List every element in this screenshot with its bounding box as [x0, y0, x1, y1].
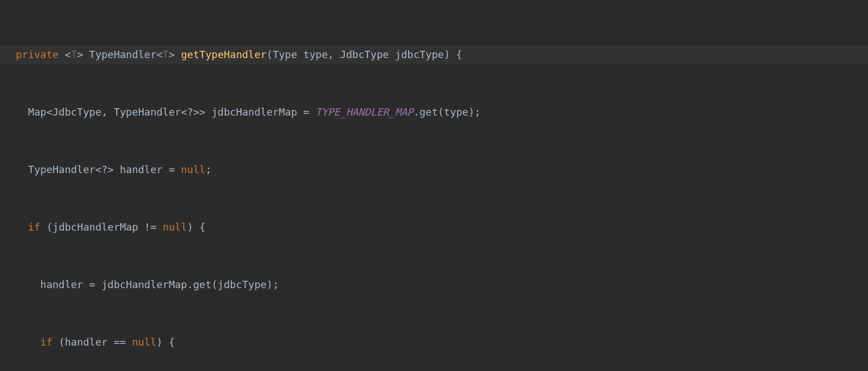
code-text: > TypeHandler<	[77, 48, 163, 60]
keyword-null: null	[132, 336, 156, 348]
code-text: ) {	[187, 221, 205, 233]
indent	[16, 221, 28, 233]
code-text: ) {	[156, 336, 175, 348]
indent	[16, 336, 40, 348]
code-text: .get(type);	[413, 106, 480, 118]
code-text: Map<JdbcType, TypeHandler<?>> jdbcHandle…	[16, 106, 315, 118]
code-text: ;	[205, 164, 212, 175]
method-name: getTypeHandler	[181, 48, 267, 60]
code-text: handler = jdbcHandlerMap.get(jdbcType);	[16, 279, 279, 290]
code-text: (jdbcHandlerMap !=	[40, 221, 163, 233]
keyword-null: null	[181, 164, 205, 175]
keyword-if: if	[28, 221, 41, 233]
code-editor[interactable]: private <T> TypeHandler<T> getTypeHandle…	[0, 0, 868, 371]
keyword-private: private	[16, 48, 59, 60]
code-line[interactable]: if (handler == null) {	[0, 333, 868, 352]
keyword-null: null	[163, 221, 187, 233]
code-text: (handler ==	[52, 336, 132, 348]
code-text: <	[59, 48, 71, 60]
code-line[interactable]: TypeHandler<?> handler = null;	[0, 160, 868, 179]
code-line[interactable]: if (jdbcHandlerMap != null) {	[0, 218, 868, 237]
code-line[interactable]: private <T> TypeHandler<T> getTypeHandle…	[0, 45, 868, 64]
constant: TYPE_HANDLER_MAP	[315, 106, 413, 118]
code-line[interactable]: Map<JdbcType, TypeHandler<?>> jdbcHandle…	[0, 103, 868, 122]
code-text: >	[169, 48, 181, 60]
code-text: TypeHandler<?> handler =	[16, 164, 181, 175]
type-param: T	[163, 48, 169, 60]
code-line[interactable]: handler = jdbcHandlerMap.get(jdbcType);	[0, 275, 868, 294]
code-text: (Type type, JdbcType jdbcType) {	[266, 48, 462, 60]
keyword-if: if	[40, 336, 52, 348]
type-param: T	[71, 48, 77, 60]
